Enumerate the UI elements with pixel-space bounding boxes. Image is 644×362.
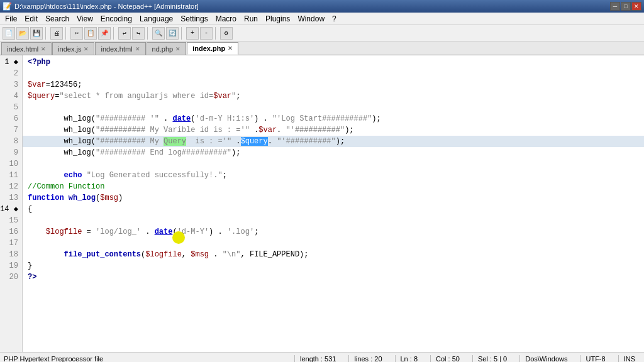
tabs-bar: index.html ✕ index.js ✕ index.html ✕ nd.… xyxy=(0,41,644,55)
tb-save[interactable]: 💾 xyxy=(30,27,43,40)
tb-print[interactable]: 🖨 xyxy=(50,27,63,40)
code-line-5 xyxy=(23,102,644,113)
menu-encoding[interactable]: Encoding xyxy=(97,14,136,24)
status-length: length : 531 xyxy=(294,355,341,363)
line-num-2: 2 xyxy=(0,68,22,79)
menu-macro[interactable]: Macro xyxy=(212,14,240,24)
tb-zoomout[interactable]: - xyxy=(200,27,213,40)
maximize-button[interactable]: □ xyxy=(621,2,631,11)
line-num-5: 5 xyxy=(0,102,22,113)
tb-macro[interactable]: ⚙ xyxy=(220,27,233,40)
tb-sep4 xyxy=(147,27,150,40)
code-line-8: wh_log("########## My Query is : ='" .$q… xyxy=(23,136,644,147)
code-line-16: $logfile = 'log/log_' . date('d-M-Y') . … xyxy=(23,226,644,238)
tb-find[interactable]: 🔍 xyxy=(152,27,165,40)
line-num-9: 9 xyxy=(0,147,22,158)
line-num-1: 1 ◆ xyxy=(0,57,22,68)
menu-window[interactable]: Window xyxy=(294,14,328,24)
status-lines: lines : 20 xyxy=(348,355,387,363)
menu-view[interactable]: View xyxy=(73,14,97,24)
close-button[interactable]: ✕ xyxy=(631,2,641,11)
tb-new[interactable]: 📄 xyxy=(3,27,15,40)
line-num-3: 3 xyxy=(0,79,22,90)
tb-sep2 xyxy=(65,27,68,40)
status-mode: INS xyxy=(618,355,640,363)
code-line-10 xyxy=(23,158,644,170)
tab-close-5[interactable]: ✕ xyxy=(228,45,233,52)
code-line-11: echo "Log Generated successfully!."; xyxy=(23,170,644,181)
code-line-2 xyxy=(23,68,644,79)
status-bar: PHP Hypertext Preprocessor file length :… xyxy=(0,352,644,362)
tab-nd-php[interactable]: nd.php ✕ xyxy=(147,42,187,55)
tab-close-4[interactable]: ✕ xyxy=(175,46,180,52)
tb-sep3 xyxy=(113,27,116,40)
code-line-13: function wh_log($msg) xyxy=(23,192,644,204)
code-line-18: file_put_contents($logfile, $msg . "\n",… xyxy=(23,249,644,260)
line-num-11: 11 xyxy=(0,170,22,181)
menu-search[interactable]: Search xyxy=(42,14,73,24)
tb-sep6 xyxy=(215,27,218,40)
tab-label: index.php xyxy=(192,45,225,52)
code-line-19: } xyxy=(23,260,644,272)
code-line-20: ?> xyxy=(23,272,644,283)
line-num-15: 15 xyxy=(0,215,22,226)
line-num-7: 7 xyxy=(0,124,22,136)
menu-language[interactable]: Language xyxy=(136,14,177,24)
menu-bar: File Edit Search View Encoding Language … xyxy=(0,13,644,25)
code-area[interactable]: <?php $var=123456; $query="select * from… xyxy=(23,55,644,352)
line-num-16: 16 xyxy=(0,226,22,238)
status-ln: Ln : 8 xyxy=(395,355,423,363)
code-line-1: <?php xyxy=(23,57,644,68)
code-line-3: $var=123456; xyxy=(23,79,644,90)
tab-index-html-2[interactable]: index.html ✕ xyxy=(95,42,145,55)
editor-container: 1 ◆ 2 3 4 5 6 7 8 9 10 11 12 13 14 ◆ 15 … xyxy=(0,55,644,352)
tab-close-2[interactable]: ✕ xyxy=(84,46,89,52)
toolbar: 📄 📂 💾 🖨 ✂ 📋 📌 ↩ ↪ 🔍 🔄 + - ⚙ xyxy=(0,25,644,41)
tab-label: nd.php xyxy=(152,45,174,53)
tb-paste[interactable]: 📌 xyxy=(98,27,111,40)
tab-close-1[interactable]: ✕ xyxy=(41,46,46,52)
code-line-15 xyxy=(23,215,644,226)
menu-help[interactable]: ? xyxy=(328,14,340,24)
line-num-19: 19 xyxy=(0,260,22,272)
line-num-6: 6 xyxy=(0,113,22,124)
tb-sep5 xyxy=(181,27,184,40)
code-line-9: wh_log("########## End log##########"); xyxy=(23,147,644,158)
line-num-4: 4 xyxy=(0,90,22,102)
status-encoding: UTF-8 xyxy=(580,355,610,363)
menu-run[interactable]: Run xyxy=(240,14,262,24)
code-line-14: { xyxy=(23,204,644,215)
tb-sep1 xyxy=(45,27,48,40)
tab-label: index.html xyxy=(7,45,38,53)
tb-replace[interactable]: 🔄 xyxy=(166,27,179,40)
line-num-13: 13 xyxy=(0,192,22,204)
tb-cut[interactable]: ✂ xyxy=(70,27,83,40)
line-num-20: 20 xyxy=(0,272,22,283)
line-num-12: 12 xyxy=(0,181,22,192)
menu-plugins[interactable]: Plugins xyxy=(262,14,294,24)
status-line-ending: Dos\Windows xyxy=(519,355,572,363)
code-line-7: wh_log("########## My Varible id is : ='… xyxy=(23,124,644,136)
title-bar: 📝 D:\xampp\htdocs\111\index.php - Notepa… xyxy=(0,0,644,13)
tb-open[interactable]: 📂 xyxy=(16,27,29,40)
line-num-14: 14 ◆ xyxy=(0,204,22,215)
tb-redo[interactable]: ↪ xyxy=(132,27,145,40)
tab-index-js[interactable]: index.js ✕ xyxy=(52,42,94,55)
minimize-button[interactable]: ─ xyxy=(610,2,620,11)
line-num-8: 8 xyxy=(0,136,22,147)
tab-index-html-1[interactable]: index.html ✕ xyxy=(1,42,52,55)
status-col: Col : 50 xyxy=(430,355,465,363)
status-sel: Sel : 5 | 0 xyxy=(472,355,512,363)
tb-zoomin[interactable]: + xyxy=(186,27,199,40)
menu-edit[interactable]: Edit xyxy=(21,14,42,24)
menu-settings[interactable]: Settings xyxy=(177,14,211,24)
tab-close-3[interactable]: ✕ xyxy=(135,46,140,52)
line-num-10: 10 xyxy=(0,158,22,170)
tb-undo[interactable]: ↩ xyxy=(118,27,131,40)
code-line-12: //Common Function xyxy=(23,181,644,192)
code-line-17 xyxy=(23,238,644,249)
tab-index-php[interactable]: index.php ✕ xyxy=(187,42,238,55)
code-line-4: $query="select * from angularjs where id… xyxy=(23,90,644,102)
menu-file[interactable]: File xyxy=(1,14,21,24)
tb-copy[interactable]: 📋 xyxy=(84,27,97,40)
